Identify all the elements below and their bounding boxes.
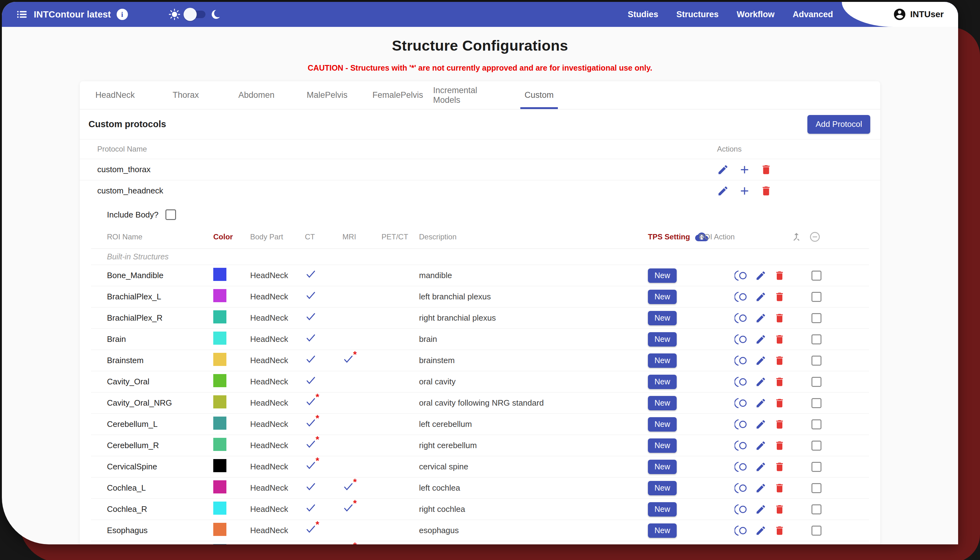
color-swatch[interactable]	[213, 417, 226, 430]
nav-link-advanced[interactable]: Advanced	[793, 10, 833, 19]
nav-link-workflow[interactable]: Workflow	[737, 10, 775, 19]
menu-icon[interactable]	[16, 8, 28, 21]
user-area[interactable]: INTUser	[842, 2, 958, 27]
delete-roi-icon[interactable]	[774, 291, 785, 302]
color-swatch[interactable]	[213, 332, 226, 345]
edit-roi-icon[interactable]	[755, 440, 766, 451]
info-icon[interactable]: i	[117, 9, 128, 20]
delete-roi-icon[interactable]	[774, 270, 785, 281]
contour-icon[interactable]	[735, 398, 748, 409]
color-swatch[interactable]	[213, 310, 226, 323]
theme-switch[interactable]	[184, 10, 207, 19]
edit-roi-icon[interactable]	[755, 312, 766, 324]
roi-select-checkbox[interactable]	[811, 356, 821, 366]
add-protocol-button[interactable]: Add Protocol	[807, 115, 870, 134]
edit-roi-icon[interactable]	[755, 270, 766, 281]
include-body-checkbox[interactable]	[165, 209, 176, 220]
roi-select-checkbox[interactable]	[811, 313, 821, 323]
tps-new-button[interactable]: New	[648, 332, 677, 347]
delete-roi-icon[interactable]	[774, 525, 785, 536]
tps-new-button[interactable]: New	[648, 375, 677, 389]
merge-icon[interactable]	[791, 231, 802, 242]
tps-new-button[interactable]: New	[648, 460, 677, 474]
delete-roi-icon[interactable]	[774, 482, 785, 494]
contour-icon[interactable]	[735, 525, 748, 536]
contour-icon[interactable]	[735, 334, 748, 345]
tab-incremental-models[interactable]: Incremental Models	[433, 81, 504, 109]
color-swatch[interactable]	[213, 480, 226, 493]
edit-roi-icon[interactable]	[755, 355, 766, 366]
delete-roi-icon[interactable]	[774, 461, 785, 472]
tps-new-button[interactable]: New	[648, 396, 677, 410]
contour-icon[interactable]	[735, 440, 748, 451]
contour-icon[interactable]	[735, 355, 748, 366]
edit-roi-icon[interactable]	[755, 525, 766, 536]
roi-select-checkbox[interactable]	[811, 483, 821, 493]
tab-thorax[interactable]: Thorax	[150, 81, 221, 109]
edit-roi-icon[interactable]	[755, 419, 766, 430]
tps-new-button[interactable]: New	[648, 502, 677, 517]
contour-icon[interactable]	[735, 270, 748, 281]
add-structure-icon[interactable]	[738, 163, 751, 176]
color-swatch[interactable]	[213, 395, 226, 408]
edit-roi-icon[interactable]	[755, 461, 766, 472]
roi-select-checkbox[interactable]	[811, 441, 821, 451]
color-swatch[interactable]	[213, 268, 226, 281]
tps-new-button[interactable]: New	[648, 417, 677, 432]
delete-roi-icon[interactable]	[774, 504, 785, 515]
delete-roi-icon[interactable]	[774, 398, 785, 409]
nav-link-studies[interactable]: Studies	[628, 10, 658, 19]
delete-roi-icon[interactable]	[774, 312, 785, 324]
contour-icon[interactable]	[735, 482, 748, 494]
color-swatch[interactable]	[213, 353, 226, 366]
contour-icon[interactable]	[735, 419, 748, 430]
edit-roi-icon[interactable]	[755, 291, 766, 302]
color-swatch[interactable]	[213, 459, 226, 472]
tps-new-button[interactable]: New	[648, 290, 677, 304]
tps-new-button[interactable]: New	[648, 481, 677, 495]
delete-protocol-icon[interactable]	[760, 185, 772, 197]
remove-circle-icon[interactable]	[809, 231, 821, 243]
roi-select-checkbox[interactable]	[811, 526, 821, 536]
delete-roi-icon[interactable]	[774, 334, 785, 345]
contour-icon[interactable]	[735, 312, 748, 324]
roi-select-checkbox[interactable]	[811, 271, 821, 281]
tps-new-button[interactable]: New	[648, 438, 677, 453]
edit-roi-icon[interactable]	[755, 482, 766, 494]
add-structure-icon[interactable]	[738, 185, 751, 197]
tps-new-button[interactable]: New	[648, 523, 677, 538]
edit-roi-icon[interactable]	[755, 398, 766, 409]
contour-icon[interactable]	[735, 504, 748, 515]
roi-select-checkbox[interactable]	[811, 419, 821, 429]
color-swatch[interactable]	[213, 523, 226, 536]
tab-malepelvis[interactable]: MalePelvis	[292, 81, 362, 109]
tps-new-button[interactable]: New	[648, 311, 677, 325]
contour-icon[interactable]	[735, 291, 748, 302]
edit-roi-icon[interactable]	[755, 376, 766, 388]
edit-roi-icon[interactable]	[755, 334, 766, 345]
tab-custom[interactable]: Custom	[504, 81, 574, 109]
contour-icon[interactable]	[735, 461, 748, 472]
roi-select-checkbox[interactable]	[811, 334, 821, 344]
color-swatch[interactable]	[213, 438, 226, 451]
tab-headneck[interactable]: HeadNeck	[80, 81, 150, 109]
roi-select-checkbox[interactable]	[811, 292, 821, 302]
roi-select-checkbox[interactable]	[811, 462, 821, 472]
theme-switch-knob[interactable]	[184, 8, 197, 21]
delete-roi-icon[interactable]	[774, 419, 785, 430]
color-swatch[interactable]	[213, 374, 226, 387]
roi-select-checkbox[interactable]	[811, 398, 821, 408]
roi-select-checkbox[interactable]	[811, 377, 821, 387]
edit-protocol-icon[interactable]	[717, 164, 729, 176]
tab-abdomen[interactable]: Abdomen	[221, 81, 292, 109]
tps-new-button[interactable]: New	[648, 268, 677, 283]
edit-roi-icon[interactable]	[755, 504, 766, 515]
delete-roi-icon[interactable]	[774, 376, 785, 388]
color-swatch[interactable]	[213, 502, 226, 515]
tab-femalepelvis[interactable]: FemalePelvis	[362, 81, 433, 109]
edit-protocol-icon[interactable]	[717, 185, 729, 197]
contour-icon[interactable]	[735, 376, 748, 388]
delete-roi-icon[interactable]	[774, 355, 785, 366]
delete-protocol-icon[interactable]	[760, 164, 772, 176]
roi-select-checkbox[interactable]	[811, 504, 821, 514]
